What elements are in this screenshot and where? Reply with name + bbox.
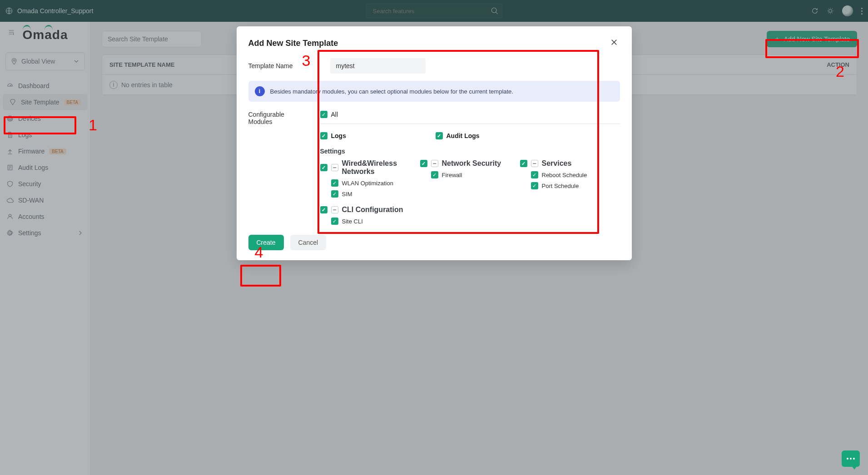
netsec-label: Network Security — [442, 159, 501, 168]
logs-label: Logs — [331, 132, 346, 139]
audit-logs-label: Audit Logs — [446, 132, 480, 139]
checkbox-all[interactable]: ✓All — [320, 111, 338, 118]
info-text: Besides mandatory modules, you can selec… — [270, 88, 513, 95]
checkbox-logs[interactable]: ✓Logs — [320, 132, 416, 139]
chat-fab[interactable] — [842, 450, 860, 467]
cli-label: CLI Configuration — [342, 206, 403, 214]
checkbox-netsec-group[interactable]: ✓− Network Security — [420, 159, 520, 168]
template-name-label: Template Name — [248, 62, 317, 69]
checkbox-audit-logs[interactable]: ✓Audit Logs — [436, 132, 480, 139]
checkbox-cli-group[interactable]: ✓− CLI Configuration — [320, 206, 620, 214]
wlan-opt-label[interactable]: WLAN Optimization — [342, 180, 393, 187]
port-label[interactable]: Port Schedule — [542, 183, 579, 189]
checkbox-services-group[interactable]: ✓− Services — [520, 159, 620, 168]
template-name-input[interactable] — [330, 58, 426, 74]
sim-label[interactable]: SIM — [342, 191, 352, 198]
config-modules-label: Configurable Modules — [248, 108, 307, 225]
modal-title: Add New Site Template — [248, 39, 338, 48]
collapse-icon[interactable]: − — [431, 160, 438, 167]
reboot-label[interactable]: Reboot Schedule — [542, 172, 587, 178]
add-site-template-modal: Add New Site Template Template Name i Be… — [237, 26, 632, 260]
checkbox-wired-group[interactable]: ✓− Wired&Wireless Networks — [320, 159, 420, 176]
cancel-button[interactable]: Cancel — [290, 235, 327, 250]
divider — [320, 124, 620, 124]
collapse-icon[interactable]: − — [331, 164, 338, 171]
info-banner: i Besides mandatory modules, you can sel… — [248, 81, 620, 102]
close-icon[interactable] — [608, 36, 620, 50]
site-cli-label[interactable]: Site CLI — [342, 218, 363, 225]
create-button[interactable]: Create — [248, 235, 284, 250]
collapse-icon[interactable]: − — [331, 206, 338, 213]
services-label: Services — [542, 159, 572, 168]
settings-section-title: Settings — [320, 148, 620, 155]
create-label: Create — [257, 239, 276, 246]
all-label: All — [331, 111, 338, 118]
firewall-label[interactable]: Firewall — [442, 172, 462, 178]
cancel-label: Cancel — [298, 239, 318, 246]
info-icon: i — [255, 86, 265, 96]
wired-label: Wired&Wireless Networks — [342, 159, 420, 176]
collapse-icon[interactable]: − — [531, 160, 538, 167]
